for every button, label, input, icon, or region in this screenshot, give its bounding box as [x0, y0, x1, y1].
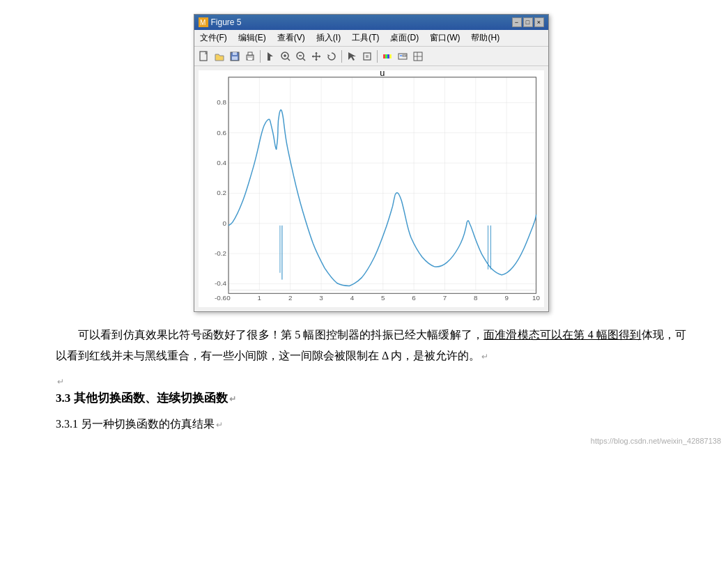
- toolbar-sep-1: [260, 50, 261, 63]
- toolbar-brush[interactable]: [360, 49, 374, 63]
- menu-desktop[interactable]: 桌面(D): [387, 31, 421, 45]
- titlebar-left: M Figure 5: [199, 17, 242, 27]
- underline-text-2: 图得到: [607, 329, 642, 341]
- text-content: 可以看到仿真效果比符号函数好了很多！第 5 幅图控制器的抖振已经大幅缓解了，面准…: [56, 325, 686, 435]
- svg-rect-19: [385, 54, 387, 59]
- section-heading-text: 3.3 其他切换函数、连续切换函数: [56, 391, 228, 405]
- svg-rect-7: [248, 52, 252, 55]
- toolbar-sep-2: [341, 50, 342, 63]
- svg-line-14: [303, 59, 305, 61]
- svg-text:3: 3: [319, 294, 323, 302]
- underline-text-1: 面准滑模态可以在第 4 幅: [483, 329, 607, 341]
- figure-toolbar: [194, 47, 548, 66]
- figure-title: Figure 5: [211, 17, 242, 27]
- minimize-button[interactable]: −: [512, 17, 522, 27]
- svg-text:-0.4: -0.4: [215, 279, 226, 287]
- svg-text:5: 5: [381, 294, 385, 302]
- svg-rect-5: [232, 56, 238, 60]
- svg-rect-24: [403, 55, 406, 56]
- menu-tools[interactable]: 工具(T): [349, 31, 382, 45]
- menu-edit[interactable]: 编辑(E): [235, 31, 269, 45]
- empty-line-1: ↵: [56, 370, 686, 384]
- watermark: https://blog.csdn.net/weixin_42887138: [591, 437, 721, 445]
- figure-titlebar: M Figure 5 − □ ×: [194, 15, 548, 30]
- subsection-heading-text: 3.3.1 另一种切换函数的仿真结果: [56, 418, 215, 430]
- menu-help[interactable]: 帮助(H): [468, 31, 502, 45]
- svg-rect-20: [387, 54, 389, 59]
- menu-window[interactable]: 窗口(W): [427, 31, 463, 45]
- menu-insert[interactable]: 插入(I): [313, 31, 343, 45]
- svg-text:0.2: 0.2: [217, 189, 226, 196]
- matlab-icon: M: [199, 17, 208, 27]
- svg-rect-4: [233, 52, 237, 55]
- maximize-button[interactable]: □: [523, 17, 533, 27]
- toolbar-new[interactable]: [197, 49, 211, 63]
- toolbar-print[interactable]: [243, 49, 257, 63]
- toolbar-pan[interactable]: [309, 49, 323, 63]
- svg-text:0.6: 0.6: [217, 129, 226, 137]
- watermark-text: https://blog.csdn.net/weixin_42887138: [591, 437, 721, 445]
- titlebar-buttons: − □ ×: [512, 17, 544, 27]
- toolbar-grid[interactable]: [411, 49, 425, 63]
- svg-text:10: 10: [532, 294, 540, 302]
- svg-text:9: 9: [504, 294, 509, 302]
- close-button[interactable]: ×: [534, 17, 544, 27]
- toolbar-zoom-in[interactable]: [279, 49, 293, 63]
- svg-text:-0.2: -0.2: [215, 249, 226, 257]
- svg-text:M: M: [200, 19, 206, 26]
- main-paragraph: 可以看到仿真效果比符号函数好了很多！第 5 幅图控制器的抖振已经大幅缓解了，面准…: [56, 325, 686, 367]
- svg-text:4: 4: [350, 294, 354, 302]
- toolbar-datacursor[interactable]: [345, 49, 359, 63]
- section-heading-3-3: 3.3 其他切换函数、连续切换函数↵: [56, 387, 686, 410]
- svg-text:6: 6: [412, 294, 416, 302]
- toolbar-save[interactable]: [228, 49, 242, 63]
- toolbar-arrow[interactable]: [263, 49, 277, 63]
- figure-window: M Figure 5 − □ × 文件(F) 编辑(E) 查看(V) 插入(I)…: [194, 14, 549, 312]
- toolbar-sep-3: [377, 50, 378, 63]
- svg-rect-8: [248, 58, 252, 60]
- plot-svg: u 0.8 0.6 0.4 0.2 0 -0.2 -0.4 -0.6 0 1 2…: [199, 70, 545, 307]
- svg-text:7: 7: [442, 294, 446, 302]
- svg-rect-28: [229, 77, 536, 290]
- svg-text:1: 1: [257, 294, 261, 302]
- svg-rect-18: [383, 54, 385, 59]
- svg-text:2: 2: [288, 294, 291, 302]
- svg-text:0: 0: [222, 219, 226, 227]
- toolbar-zoom-out[interactable]: [294, 49, 308, 63]
- subsection-heading-3-3-1: 3.3.1 另一种切换函数的仿真结果↵: [56, 413, 686, 435]
- svg-text:0.8: 0.8: [217, 98, 226, 106]
- toolbar-legend[interactable]: [396, 49, 410, 63]
- svg-text:-0.6: -0.6: [215, 294, 226, 302]
- paragraph-text: 可以看到仿真效果比符号函数好了很多！第 5 幅图控制器的抖振已经大幅缓解了，面准…: [56, 329, 686, 361]
- figure-menubar: 文件(F) 编辑(E) 查看(V) 插入(I) 工具(T) 桌面(D) 窗口(W…: [194, 30, 548, 47]
- svg-rect-21: [389, 54, 392, 59]
- svg-text:0: 0: [226, 294, 231, 302]
- svg-line-10: [288, 59, 290, 61]
- toolbar-rotate[interactable]: [325, 49, 339, 63]
- page: M Figure 5 − □ × 文件(F) 编辑(E) 查看(V) 插入(I)…: [0, 0, 728, 451]
- menu-file[interactable]: 文件(F): [197, 31, 230, 45]
- svg-text:0.4: 0.4: [217, 159, 226, 166]
- svg-rect-17: [366, 55, 369, 58]
- toolbar-open[interactable]: [212, 49, 226, 63]
- svg-text:u: u: [380, 70, 385, 78]
- menu-view[interactable]: 查看(V): [274, 31, 308, 45]
- figure-plot: u 0.8 0.6 0.4 0.2 0 -0.2 -0.4 -0.6 0 1 2…: [199, 70, 544, 307]
- svg-text:8: 8: [474, 294, 478, 302]
- toolbar-colormap[interactable]: [380, 49, 394, 63]
